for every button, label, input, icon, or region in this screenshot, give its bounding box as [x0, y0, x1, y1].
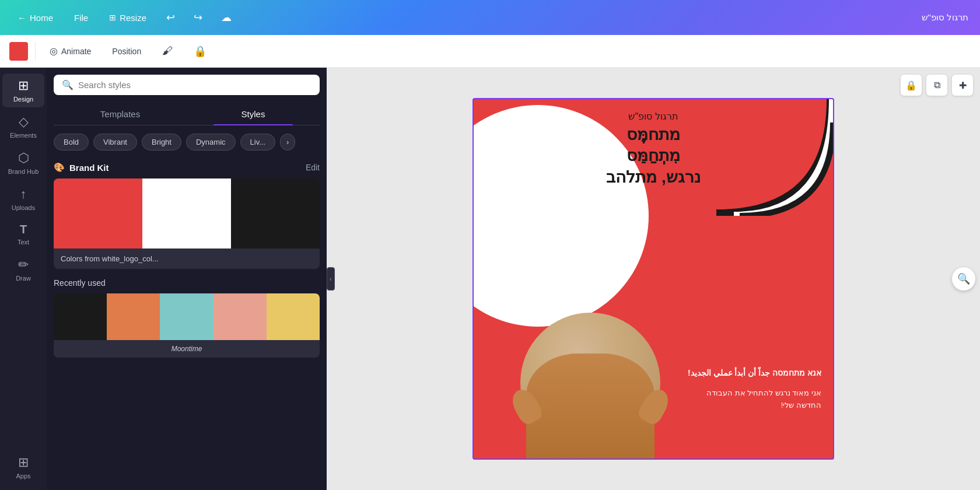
card-quote-sub: אני מאוד נרגש להתחיל את העבודה החדשה שלי…: [681, 387, 821, 412]
recent-color-1: [54, 293, 107, 340]
tab-styles[interactable]: Styles: [187, 103, 320, 125]
sidebar-item-brand-hub[interactable]: ⬡ Brand Hub: [2, 146, 44, 180]
search-input[interactable]: [78, 80, 312, 90]
collapse-panel-button[interactable]: ‹: [327, 267, 335, 290]
canvas-copy-button[interactable]: ⧉: [926, 75, 947, 96]
pill-vibrant[interactable]: Vibrant: [93, 134, 137, 150]
tabs: Templates Styles: [54, 103, 320, 125]
recently-card-label: Moontime: [54, 340, 320, 358]
person-image-area: [509, 284, 672, 459]
draw-icon: ✏: [18, 257, 29, 272]
canvas-lock-button[interactable]: 🔒: [901, 75, 922, 96]
brand-color-card[interactable]: Colors from white_logo_col...: [54, 178, 320, 269]
sidebar-item-uploads[interactable]: ↑ Uploads: [2, 182, 44, 216]
search-bar: 🔍: [54, 75, 320, 95]
card-title-line1: מתחמֶּס: [474, 124, 833, 145]
paint-button[interactable]: 🖌: [155, 41, 180, 61]
main-content: ⊞ Design ◇ Elements ⬡ Brand Hub ↑ Upload…: [0, 68, 980, 490]
color-swatch-button[interactable]: [9, 42, 28, 61]
elements-label: Elements: [10, 132, 37, 139]
brand-hub-icon: ⬡: [18, 150, 29, 166]
design-card[interactable]: תרגול סופ"ש מתחמֶּס מִתְחַמֵּס נרגש, מתל…: [473, 98, 834, 460]
text-label: Text: [18, 239, 29, 246]
redo-icon: ↪: [194, 11, 202, 24]
secondary-toolbar: ◎ Animate Position 🖌 🔒: [0, 35, 980, 68]
uploads-label: Uploads: [12, 204, 35, 211]
pill-bold[interactable]: Bold: [54, 134, 89, 150]
style-pills: Bold Vibrant Bright Dynamic Liv... ›: [54, 134, 320, 153]
recent-color-3: [160, 293, 213, 340]
card-quote-main: אנא מתחמסה جداً أن أبدأ عملي الجديد!: [681, 366, 821, 379]
undo-icon: ↩: [166, 11, 175, 24]
recently-stripes: [54, 293, 320, 340]
recent-color-4: [214, 293, 267, 340]
pill-live[interactable]: Liv...: [240, 134, 276, 150]
brand-color-stripes: [54, 178, 320, 249]
pill-more-button[interactable]: ›: [280, 134, 295, 150]
cloud-icon: ☁: [221, 11, 232, 24]
brand-kit-icon: 🎨: [54, 162, 65, 173]
topbar: ← Home File ⊞ Resize ↩ ↪ ☁ תרגול סופ"ש: [0, 0, 980, 35]
sidebar-item-text[interactable]: T Text: [2, 218, 44, 250]
animate-label: Animate: [61, 47, 91, 56]
file-label: File: [74, 13, 88, 23]
design-icon: ⊞: [18, 78, 29, 93]
position-button[interactable]: Position: [105, 43, 148, 60]
tab-templates[interactable]: Templates: [54, 103, 187, 125]
sidebar-item-design[interactable]: ⊞ Design: [2, 74, 44, 107]
zoom-search-button[interactable]: 🔍: [952, 267, 975, 290]
home-button[interactable]: ← Home: [12, 9, 59, 26]
brand-kit-edit[interactable]: Edit: [306, 163, 320, 172]
back-icon: ←: [18, 13, 26, 23]
recent-color-2: [107, 293, 160, 340]
recent-color-5: [267, 293, 320, 340]
canvas-area: 🔒 ⧉ ✚ תרגול סופ"ש מתחמֶּס מִתְחַמֵּס נרג…: [327, 68, 980, 490]
sidebar-item-apps[interactable]: ⊞ Apps: [2, 450, 44, 484]
brand-color-label: Colors from white_logo_col...: [54, 249, 320, 269]
paint-icon: 🖌: [162, 45, 173, 57]
lock-button[interactable]: 🔒: [187, 41, 214, 61]
recently-used-card[interactable]: Moontime: [54, 293, 320, 358]
pill-dynamic[interactable]: Dynamic: [186, 134, 236, 150]
position-label: Position: [112, 47, 141, 56]
toolbar-divider: [35, 43, 36, 60]
file-button[interactable]: File: [68, 9, 94, 26]
brand-color-white: [142, 178, 231, 249]
brand-kit-title: 🎨 Brand Kit: [54, 162, 109, 173]
text-icon: T: [20, 223, 27, 236]
sidebar-item-elements[interactable]: ◇ Elements: [2, 110, 44, 144]
cloud-button[interactable]: ☁: [216, 8, 236, 27]
card-text-block: תרגול סופ"ש מתחמֶּס מִתְחַמֵּס נרגש, מתל…: [474, 111, 833, 188]
resize-label: Resize: [120, 13, 146, 23]
document-title: תרגול סופ"ש: [922, 12, 969, 23]
redo-button[interactable]: ↪: [189, 8, 207, 27]
search-icon: 🔍: [62, 79, 74, 90]
apps-icon: ⊞: [18, 455, 29, 470]
resize-button[interactable]: ⊞ Resize: [103, 9, 152, 26]
card-title-line2: מִתְחַמֵּס: [474, 145, 833, 166]
card-right-text: אנא מתחמסה جداً أن أبدأ عملي الجديد! אני…: [681, 366, 821, 412]
undo-button[interactable]: ↩: [162, 8, 180, 27]
pill-bright[interactable]: Bright: [142, 134, 181, 150]
elements-icon: ◇: [19, 114, 29, 130]
animate-button[interactable]: ◎ Animate: [43, 42, 98, 60]
sidebar-icons: ⊞ Design ◇ Elements ⬡ Brand Hub ↑ Upload…: [0, 68, 47, 490]
animate-icon: ◎: [50, 46, 58, 57]
design-label: Design: [13, 96, 33, 103]
card-subtitle: תרגול סופ"ש: [474, 111, 833, 122]
topbar-left: ← Home File ⊞ Resize ↩ ↪ ☁: [12, 8, 236, 27]
lock-icon: 🔒: [194, 45, 206, 58]
card-title-line3: נרגש, מתלהב: [474, 167, 833, 188]
uploads-icon: ↑: [20, 187, 27, 202]
canvas-toolbar-right: 🔒 ⧉ ✚: [901, 75, 973, 96]
left-panel: 🔍 Templates Styles Bold Vibrant: [47, 68, 327, 490]
draw-label: Draw: [16, 275, 31, 282]
recently-used-title: Recently used: [54, 278, 320, 288]
brand-color-red: [54, 178, 142, 249]
apps-label: Apps: [16, 473, 30, 480]
brand-color-black: [231, 178, 320, 249]
canvas-add-button[interactable]: ✚: [952, 75, 973, 96]
brand-kit-header: 🎨 Brand Kit Edit: [54, 162, 320, 173]
person-body: [526, 354, 654, 459]
sidebar-item-draw[interactable]: ✏ Draw: [2, 253, 44, 286]
